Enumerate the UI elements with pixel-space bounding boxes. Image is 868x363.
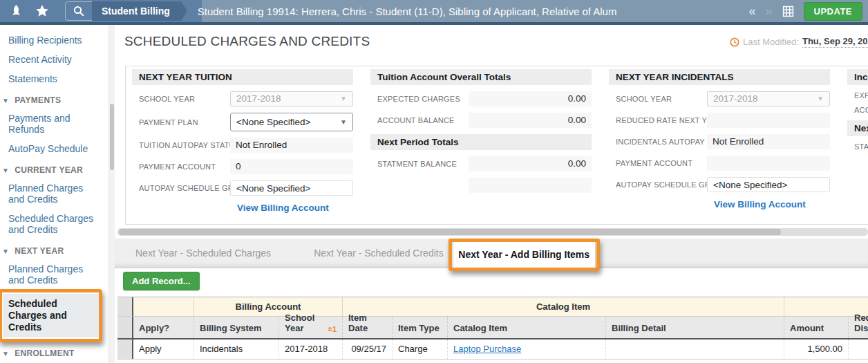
- chevron-down-icon: ▼: [340, 113, 347, 131]
- sidebar-item-payments-refunds[interactable]: Payments and Refunds: [8, 113, 100, 135]
- global-search[interactable]: Student Billing: [65, 1, 181, 21]
- cell-amount: 1,500.00: [784, 339, 849, 359]
- cell-red-disc: [849, 339, 868, 359]
- breadcrumb-module-label: Student Billing: [102, 6, 170, 17]
- view-billing-account-link[interactable]: View Billing Account: [714, 199, 806, 210]
- payment-account-value: 0: [230, 159, 353, 174]
- grid-view-icon[interactable]: [782, 6, 794, 17]
- last-modified: Last Modified: Thu, Sep 29, 2022 at 3:: [730, 36, 868, 48]
- column-header-item-date[interactable]: Item Date: [343, 317, 393, 338]
- payment-plan-select[interactable]: <None Specified>▼: [230, 113, 353, 131]
- sidebar-item-scheduled-charges-next-active[interactable]: Scheduled Charges and Credits: [3, 294, 100, 337]
- panel-tuition-totals: Tuition Account Overall Totals EXPECTED …: [370, 69, 592, 199]
- field-label-incidentals-autopay: INCIDENTALS AUTOPAY S…: [609, 138, 707, 146]
- chevron-down-icon: ▼: [2, 167, 9, 174]
- page-title: SCHEDULED CHARGES AND CREDITS: [124, 34, 370, 49]
- payment-account-value: [707, 156, 830, 171]
- update-button[interactable]: UPDATE: [804, 2, 862, 21]
- sort-ascending-icon: «1: [328, 325, 337, 333]
- sidebar-scrollbar-thumb[interactable]: [110, 104, 114, 170]
- sidebar-section-current-year[interactable]: ▼CURRENT YEAR: [8, 165, 104, 175]
- field-label-payment-account: PAYMENT ACCOUNT: [132, 162, 230, 171]
- column-header-amount[interactable]: Amount: [784, 317, 849, 338]
- autopay-schedule-group-field[interactable]: <None Specified>: [230, 180, 353, 196]
- sidebar-item-scheduled-charges-current[interactable]: Scheduled Charges and Credits: [8, 213, 100, 235]
- incidentals-autopay-status-value: Not Enrolled: [707, 134, 830, 149]
- field-label-school-year: SCHOOL YEAR: [132, 95, 230, 103]
- tab-next-year-scheduled-credits[interactable]: Next Year - Scheduled Credits: [314, 239, 444, 268]
- prev-record-icon[interactable]: «: [748, 0, 755, 22]
- main-content: SCHEDULED CHARGES AND CREDITS Last Modif…: [115, 25, 868, 363]
- field-label-autopay-schedule-group: AUTOPAY SCHEDULE GR…: [132, 184, 230, 192]
- rocket-icon[interactable]: [6, 0, 26, 22]
- chevron-down-icon: ▼: [2, 350, 9, 357]
- panel-subheader-next-period-totals: Next Period Totals: [370, 134, 592, 150]
- cell-apply-action[interactable]: Apply: [133, 339, 194, 359]
- group-header-catalog-item: Catalog Item: [343, 297, 784, 317]
- column-header-catalog-item[interactable]: Catalog Item: [448, 317, 606, 338]
- cell-school-year: 2017-2018: [279, 339, 343, 359]
- sidebar-scrollbar-track: [108, 25, 115, 363]
- column-header-item-type[interactable]: Item Type: [393, 317, 448, 338]
- panel-subheader: Nex: [847, 120, 868, 136]
- account-balance-value: 0.00: [469, 113, 592, 128]
- column-header-apply[interactable]: Apply?: [133, 317, 194, 338]
- column-header-billing-system[interactable]: Billing System: [194, 317, 279, 338]
- school-year-select-disabled: 2017-2018▼: [230, 91, 353, 106]
- empty-total-field: [469, 178, 592, 193]
- row-header-cell[interactable]: [117, 339, 133, 359]
- sidebar-item-billing-recipients[interactable]: Billing Recipients: [8, 35, 100, 46]
- field-label-payment-plan: PAYMENT PLAN: [132, 118, 230, 127]
- sidebar-section-enrollment[interactable]: ▼ENROLLMENT: [8, 348, 104, 358]
- autopay-schedule-group-field[interactable]: <None Specified>: [707, 177, 830, 192]
- sidebar-section-next-year[interactable]: ▼NEXT YEAR: [8, 246, 104, 256]
- statement-balance-value: 0.00: [469, 156, 592, 171]
- chevron-down-icon: ▼: [2, 97, 9, 104]
- field-label-statement-balance: STATMENT BALANCE: [370, 160, 469, 168]
- last-modified-label: Last Modified:: [743, 37, 799, 47]
- table-column-header-row: Apply? Billing System School Year «1 Ite…: [117, 317, 868, 339]
- sidebar-item-planned-charges-next[interactable]: Planned Charges and Credits: [8, 263, 100, 286]
- tab-strip: Next Year - Scheduled Charges Next Year …: [115, 239, 868, 268]
- panel-next-year-tuition: NEXT YEAR TUITION SCHOOL YEAR 2017-2018▼…: [132, 69, 353, 217]
- sidebar-item-statements[interactable]: Statements: [8, 73, 100, 84]
- next-record-icon: »: [766, 0, 773, 22]
- row-header-cell: [117, 297, 133, 317]
- row-header-cell: [117, 317, 133, 338]
- breadcrumb-module-chip[interactable]: Student Billing: [92, 1, 181, 21]
- catalog-item-link[interactable]: Laptop Purchase: [453, 344, 521, 354]
- field-label-expected-charges: EXPECTED CHARGES: [370, 95, 469, 103]
- sidebar-item-recent-activity[interactable]: Recent Activity: [8, 54, 100, 65]
- field-label-account-balance: ACCOUNT BALANCE: [370, 116, 469, 124]
- record-title: Student Billing 19914: Herrera, Chris - …: [198, 6, 617, 17]
- cell-billing-detail: [606, 339, 784, 359]
- field-label-reduced-rate: REDUCED RATE NEXT YEAR: [609, 116, 707, 124]
- panel-next-year-incidentals: NEXT YEAR INCIDENTALS SCHOOL YEAR 2017-2…: [609, 69, 830, 214]
- cell-item-type: Charge: [393, 339, 448, 359]
- column-header-red-disc[interactable]: Red Disc: [849, 317, 868, 338]
- horizontal-scrollbar-thumb[interactable]: [119, 229, 781, 235]
- field-label-school-year: SCHOOL YEAR: [609, 95, 707, 103]
- star-icon[interactable]: [32, 0, 53, 22]
- school-year-select-disabled: 2017-2018▼: [707, 91, 830, 106]
- field-label-payment-account: PAYMENT ACCOUNT: [609, 159, 707, 167]
- chevron-down-icon: ▼: [340, 91, 347, 106]
- tab-next-year-add-billing-items[interactable]: Next Year - Add Billing Items: [453, 239, 596, 268]
- column-header-school-year[interactable]: School Year «1: [279, 317, 343, 338]
- panel-incidentals-totals-clipped: Inci EXP ACC Nex STAT: [847, 69, 868, 157]
- sidebar-item-planned-charges-current[interactable]: Planned Charges and Credits: [8, 183, 100, 205]
- field-label-autopay-schedule-group: AUTOPAY SCHEDULE GR…: [609, 180, 707, 189]
- add-record-button[interactable]: Add Record...: [123, 272, 200, 290]
- reduced-rate-value: [707, 113, 830, 128]
- chevron-down-icon: ▼: [817, 91, 824, 106]
- column-header-billing-detail[interactable]: Billing Detail: [606, 317, 784, 338]
- table-row: Apply Incidentals 2017-2018 09/25/17 Cha…: [117, 339, 868, 360]
- cell-billing-system: Incidentals: [194, 339, 279, 359]
- view-billing-account-link[interactable]: View Billing Account: [237, 203, 329, 213]
- sidebar-section-payments[interactable]: ▼PAYMENTS: [8, 95, 104, 105]
- search-icon[interactable]: [66, 2, 92, 20]
- sidebar-item-autopay-schedule[interactable]: AutoPay Schedule: [8, 143, 100, 154]
- tab-next-year-scheduled-charges[interactable]: Next Year - Scheduled Charges: [135, 239, 271, 268]
- summary-panels-card: NEXT YEAR TUITION SCHOOL YEAR 2017-2018▼…: [125, 66, 868, 225]
- last-modified-value: Thu, Sep 29, 2022 at 3:: [802, 36, 868, 48]
